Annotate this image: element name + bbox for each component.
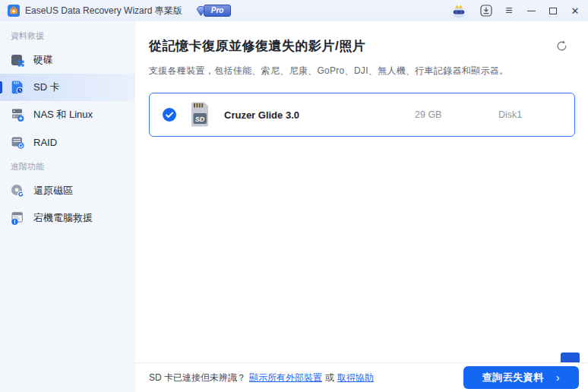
maximize-button[interactable] [548,8,558,14]
sidebar-item-label: 宕機電腦救援 [33,211,93,225]
titlebar: EaseUS Data Recovery Wizard 專業版 Pro [0,0,588,21]
main-panel: 從記憶卡復原並修復遺失的影片/照片 支援各種裝置，包括佳能、索尼、尼康、GoPr… [135,21,588,392]
menu-icon[interactable]: ≡ [504,5,514,17]
device-size: 29 GB [415,109,441,120]
or-text: 或 [325,371,334,384]
sidebar-item-sd-card[interactable]: SD 卡 [0,74,135,101]
page-title: 從記憶卡復原並修復遺失的影片/照片 [149,37,365,55]
show-all-external-devices-link[interactable]: 顯示所有外部裝置 [249,371,322,384]
scan-lost-data-button[interactable]: 查詢丟失資料 › [463,366,579,389]
scan-button-label: 查詢丟失資料 [482,371,544,384]
device-disk-label: Disk1 [498,109,522,120]
device-name: Cruzer Glide 3.0 [224,109,299,121]
sidebar-item-nas-linux[interactable]: NAS 和 Linux [0,101,135,128]
sidebar-item-hard-drive[interactable]: 硬碟 [0,46,135,74]
sd-memory-card-icon: SD [188,101,211,128]
sidebar-item-label: SD 卡 [33,81,60,94]
nas-linux-icon [10,107,25,122]
account-avatar-icon[interactable] [449,2,469,19]
titlebar-controls: ≡ ✕ [449,2,580,19]
sidebar-section-advanced: 進階功能 [0,156,135,177]
sidebar-item-label: RAID [33,137,57,148]
pro-badge[interactable]: Pro [194,5,232,17]
sidebar: 資料救援 硬碟 SD 卡 [0,21,135,392]
svg-text:SD: SD [195,115,205,123]
footer-bar: SD 卡已連接但未辨識？ 顯示所有外部裝置 或 取得協助 查詢丟失資料 › [135,362,588,392]
refresh-icon[interactable] [555,40,568,52]
sidebar-item-partition-recovery[interactable]: 還原磁區 [0,177,135,204]
chevron-right-icon: › [556,371,561,384]
sidebar-item-label: 還原磁區 [33,184,73,198]
app-icon [8,5,20,17]
crashed-pc-icon [10,210,25,226]
page-subtitle: 支援各種裝置，包括佳能、索尼、尼康、GoPro、DJI、無人機、行車記錄器和顯示… [149,65,508,77]
hard-drive-icon [10,52,25,68]
get-help-link[interactable]: 取得協助 [337,371,374,384]
close-button[interactable]: ✕ [570,6,580,16]
sd-card-icon [10,80,25,95]
sidebar-item-label: 硬碟 [33,53,53,67]
update-icon[interactable] [480,5,492,17]
sidebar-section-data-recovery: 資料救援 [0,21,135,46]
pro-pill-label: Pro [204,5,232,17]
sidebar-item-crashed-pc-recovery[interactable]: 宕機電腦救援 [0,204,135,232]
sidebar-item-label: NAS 和 Linux [33,108,93,122]
partition-recovery-icon [10,183,25,198]
device-row-cruzer-glide[interactable]: SD Cruzer Glide 3.0 29 GB Disk1 [149,93,575,137]
sidebar-item-raid[interactable]: RAID [0,128,135,156]
window-title: EaseUS Data Recovery Wizard 專業版 [25,5,182,17]
raid-icon [10,134,25,150]
selected-check-icon[interactable] [163,108,176,122]
minimize-button[interactable] [526,11,536,11]
sd-not-recognized-text: SD 卡已連接但未辨識？ [149,371,246,384]
